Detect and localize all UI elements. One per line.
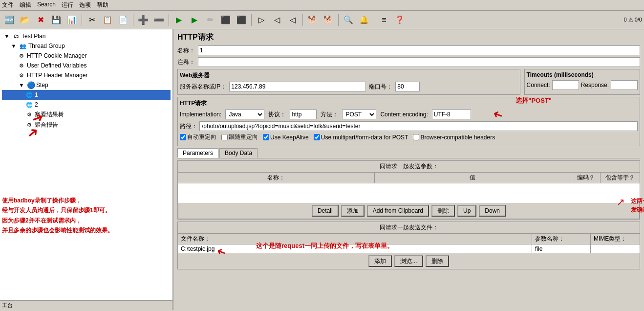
toolbar-add[interactable]: ➕: [136, 13, 150, 27]
checkbox-browser-compat[interactable]: Browser-compatible headers: [413, 134, 495, 141]
toolbar-saveas[interactable]: 📊: [64, 13, 79, 27]
checkbox-auto-redirect-label: 自动重定向: [187, 133, 216, 141]
toolbar-copy[interactable]: 📋: [100, 13, 115, 27]
path-input[interactable]: [199, 121, 638, 131]
toolbar-run-nopauses[interactable]: ▶: [187, 13, 202, 27]
tree-item-cookie-manager[interactable]: ⚙ HTTP Cookie Manager: [2, 51, 171, 61]
method-select[interactable]: POST GET PUT DELETE: [342, 110, 376, 119]
menu-help[interactable]: 帮助: [97, 1, 108, 9]
checkbox-auto-redirect[interactable]: 自动重定向: [180, 133, 216, 141]
step2-icon: 🌐: [25, 101, 33, 109]
path-label: 路径：: [180, 122, 197, 131]
toolbar-remote-start[interactable]: ▷: [254, 13, 269, 27]
detail-button[interactable]: Detail: [312, 205, 339, 217]
tree-item-step1[interactable]: 🌐 1: [2, 90, 171, 100]
params-header-row: 名称： 值 编码？ 包含等于？: [178, 173, 640, 183]
params-body: [178, 183, 640, 203]
toolbar-remote-stop-all[interactable]: ◁: [285, 13, 300, 27]
server-name-row: 服务器名称或IP： 端口号：: [180, 82, 518, 91]
response-input[interactable]: [611, 80, 638, 90]
panel-title: HTTP请求: [177, 32, 640, 43]
port-input[interactable]: [395, 82, 420, 91]
checkbox-keepalive-input[interactable]: [263, 134, 269, 140]
tree-item-step[interactable]: ▼ 🔵 Step: [2, 80, 171, 90]
protocol-input[interactable]: [290, 110, 317, 119]
toolbar-sep2: [133, 14, 133, 26]
checkbox-follow-redirect[interactable]: 跟随重定向: [221, 133, 258, 141]
toolbar-help[interactable]: ❓: [392, 13, 407, 27]
step-icon: 🔵: [27, 81, 35, 89]
menu-file[interactable]: 文件: [2, 1, 14, 9]
toolbar-dog2[interactable]: 🐕: [321, 13, 336, 27]
left-panel: ▼ 🗂 Test Plan ▼ 👥 Thread Group ⚙ HTTP Co…: [0, 29, 173, 310]
toolbar-save[interactable]: 💾: [49, 13, 64, 27]
checkbox-keepalive[interactable]: Use KeepAlive: [263, 134, 309, 141]
name-input[interactable]: [198, 45, 640, 55]
timeouts-row: Connect: Response:: [527, 80, 638, 90]
files-browse-button[interactable]: 浏览...: [394, 255, 423, 267]
down-button[interactable]: Down: [479, 205, 506, 217]
toolbar-remove[interactable]: ➖: [151, 13, 166, 27]
toolbar-stop-now[interactable]: ⬛: [234, 13, 249, 27]
comment-input[interactable]: [198, 57, 640, 67]
timeouts-box: Timeouts (milliseconds) Connect: Respons…: [524, 69, 640, 95]
connect-input[interactable]: [552, 80, 579, 90]
web-server-box: Web服务器 服务器名称或IP： 端口号：: [177, 69, 520, 95]
left-annotation: 使用badboy录制了操作步骤， 经与开发人员沟通后，只保留步骤1即可。 因为步…: [2, 196, 113, 236]
add-button[interactable]: 添加: [341, 205, 365, 217]
tree-item-step2[interactable]: 🌐 2: [2, 100, 171, 110]
implementation-select[interactable]: Java HttpClient4: [225, 110, 264, 119]
files-delete-button[interactable]: 删除: [426, 255, 449, 267]
up-button[interactable]: Up: [457, 205, 476, 217]
toolbar-clear[interactable]: 🔔: [357, 13, 371, 27]
toolbar-dog1[interactable]: 🐕: [305, 13, 320, 27]
connect-label: Connect:: [527, 82, 550, 89]
tree-item-testplan[interactable]: ▼ 🗂 Test Plan: [2, 31, 171, 41]
tree-item-threadgroup[interactable]: ▼ 👥 Thread Group: [2, 41, 171, 51]
toolbar-cut[interactable]: ✂: [85, 13, 99, 27]
tree-item-aggregate[interactable]: ⚙ 聚合报告: [2, 120, 171, 130]
tab-body-data[interactable]: Body Data: [219, 148, 258, 158]
tab-parameters[interactable]: Parameters: [177, 148, 218, 158]
http-request-section: HTTP请求 Implementation: Java HttpClient4 …: [177, 97, 640, 146]
server-name-input[interactable]: [229, 82, 366, 91]
add-from-clipboard-button[interactable]: Add from Clipboard: [367, 205, 429, 217]
workbench-label: 工台: [2, 302, 13, 308]
method-label: 方法：: [321, 111, 338, 119]
toolbar-open[interactable]: 📂: [18, 13, 32, 27]
toolbar-close[interactable]: ✖: [33, 13, 48, 27]
checkbox-browser-compat-input[interactable]: [413, 134, 419, 140]
tree-item-result-tree[interactable]: ⚙ 察看结果树: [2, 110, 171, 120]
header-manager-label: HTTP Header Manager: [27, 72, 88, 79]
checkbox-follow-redirect-input[interactable]: [221, 134, 228, 140]
toolbar-new[interactable]: 🆕: [2, 13, 17, 27]
tree-item-header-manager[interactable]: ⚙ HTTP Header Manager: [2, 70, 171, 80]
checkbox-auto-redirect-input[interactable]: [180, 134, 186, 140]
menu-options[interactable]: 选项: [79, 1, 91, 9]
response-label: Response:: [581, 82, 609, 89]
delete-button[interactable]: 删除: [431, 205, 455, 217]
toolbar-run-start[interactable]: ▶: [172, 13, 186, 27]
menu-search[interactable]: Search: [37, 1, 56, 9]
checkbox-multipart-input[interactable]: [314, 134, 320, 140]
testplan-icon: ▼: [3, 32, 11, 40]
toolbar-list[interactable]: ≡: [377, 13, 391, 27]
threadgroup-label: Thread Group: [28, 43, 65, 49]
menu-run[interactable]: 运行: [62, 1, 73, 9]
web-server-title: Web服务器: [180, 71, 518, 80]
files-add-button[interactable]: 添加: [368, 255, 392, 267]
menu-edit[interactable]: 编辑: [20, 1, 31, 9]
toolbar-remote-stop[interactable]: ◁: [270, 13, 284, 27]
files-cell-filename: C:\testpic.jpg: [178, 244, 532, 253]
toolbar-search[interactable]: 🔍: [341, 13, 356, 27]
header-manager-icon: ⚙: [18, 71, 25, 79]
tree-item-user-vars[interactable]: ⚙ User Defined Variables: [2, 61, 171, 70]
checkbox-multipart[interactable]: Use multipart/form-data for POST: [314, 134, 408, 141]
toolbar-paste[interactable]: 📄: [116, 13, 130, 27]
menubar: 文件 编辑 Search 运行 选项 帮助: [0, 0, 644, 11]
toolbar-status-text: 0 ⚠ 0/0: [623, 17, 642, 23]
toolbar-stop[interactable]: ⬛: [218, 13, 233, 27]
content-encoding-input[interactable]: [432, 110, 471, 119]
toolbar-run-validate[interactable]: ✏: [203, 13, 217, 27]
params-section: 同请求一起发送参数： 名称： 值 编码？ 包含等于？ Detail 添加 Add…: [177, 160, 640, 220]
